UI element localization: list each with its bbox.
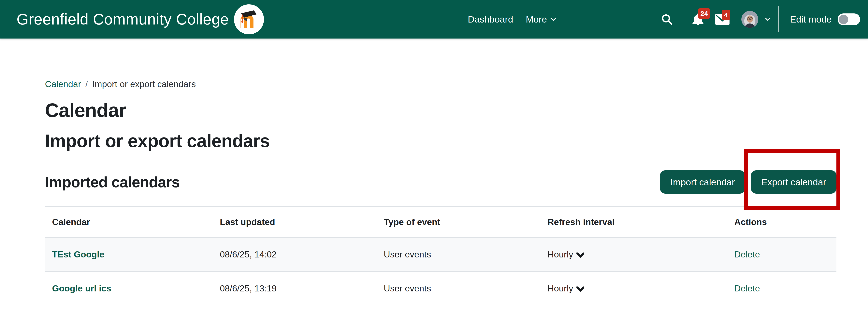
calendar-action-buttons: Import calendar Export calendar bbox=[660, 170, 836, 194]
moodle-logo-icon bbox=[234, 4, 264, 34]
breadcrumb-calendar-link[interactable]: Calendar bbox=[45, 79, 81, 89]
edit-mode-label: Edit mode bbox=[790, 14, 832, 25]
refresh-interval-dropdown[interactable]: Hourly bbox=[548, 249, 584, 260]
delete-link[interactable]: Delete bbox=[734, 283, 760, 293]
calendar-name-link[interactable]: Google url ics bbox=[52, 283, 111, 293]
top-navbar: Greenfield Community College Dashboard bbox=[0, 0, 868, 38]
section-title: Imported calendars bbox=[45, 173, 180, 191]
notifications-count-badge: 24 bbox=[698, 8, 710, 19]
navbar-right-cluster: Dashboard More 24 bbox=[468, 6, 860, 32]
nav-more-label: More bbox=[526, 14, 547, 25]
last-updated-cell: 08/6/25, 14:02 bbox=[213, 238, 377, 272]
refresh-interval-dropdown[interactable]: Hourly bbox=[548, 283, 584, 293]
chevron-down-icon bbox=[765, 18, 771, 21]
user-menu[interactable] bbox=[741, 11, 778, 28]
export-calendar-button[interactable]: Export calendar bbox=[751, 170, 836, 194]
chevron-down-icon bbox=[550, 18, 556, 21]
breadcrumb-separator: / bbox=[86, 79, 88, 89]
caret-down-icon bbox=[577, 253, 584, 258]
actions-cell: Delete bbox=[727, 272, 836, 305]
column-header-refresh-interval: Refresh interval bbox=[540, 207, 727, 238]
type-of-event-cell: User events bbox=[377, 272, 540, 305]
delete-link[interactable]: Delete bbox=[734, 249, 760, 259]
page-title: Calendar bbox=[45, 99, 836, 121]
imported-calendars-header-row: Imported calendars Import calendar Expor… bbox=[45, 170, 836, 194]
import-calendar-button[interactable]: Import calendar bbox=[660, 170, 745, 194]
type-of-event-value: User events bbox=[384, 249, 431, 259]
messages-count-badge: 4 bbox=[722, 10, 730, 20]
column-header-calendar: Calendar bbox=[45, 207, 213, 238]
search-icon[interactable] bbox=[661, 13, 673, 26]
table-row: TEst Google 08/6/25, 14:02 User events H… bbox=[45, 238, 836, 272]
edit-mode-control: Edit mode bbox=[790, 13, 860, 25]
nav-dashboard-link[interactable]: Dashboard bbox=[468, 14, 513, 25]
site-title: Greenfield Community College bbox=[17, 10, 229, 28]
type-of-event-cell: User events bbox=[377, 238, 540, 272]
table-body: TEst Google 08/6/25, 14:02 User events H… bbox=[45, 238, 836, 305]
refresh-interval-value: Hourly bbox=[548, 249, 573, 260]
type-of-event-value: User events bbox=[384, 283, 431, 293]
refresh-interval-cell: Hourly bbox=[540, 238, 727, 272]
primary-nav: Dashboard More bbox=[468, 14, 556, 25]
column-header-actions: Actions bbox=[727, 207, 836, 238]
toggle-knob bbox=[839, 15, 848, 24]
refresh-interval-value: Hourly bbox=[548, 283, 573, 293]
refresh-interval-cell: Hourly bbox=[540, 272, 727, 305]
column-header-last-updated: Last updated bbox=[213, 207, 377, 238]
table-row: Google url ics 08/6/25, 13:19 User event… bbox=[45, 272, 836, 305]
user-avatar bbox=[741, 11, 758, 28]
table-header-row: CalendarLast updatedType of eventRefresh… bbox=[45, 207, 836, 238]
calendar-name-cell: Google url ics bbox=[45, 272, 213, 305]
page-subtitle: Import or export calendars bbox=[45, 131, 836, 151]
breadcrumb-current: Import or export calendars bbox=[92, 79, 196, 89]
calendar-name-cell: TEst Google bbox=[45, 238, 213, 272]
nav-dashboard-label: Dashboard bbox=[468, 14, 513, 25]
caret-down-icon bbox=[577, 286, 584, 292]
messages-envelope-icon[interactable]: 4 bbox=[715, 13, 730, 25]
last-updated-value: 08/6/25, 13:19 bbox=[220, 283, 277, 293]
last-updated-cell: 08/6/25, 13:19 bbox=[213, 272, 377, 305]
site-brand[interactable]: Greenfield Community College bbox=[17, 4, 264, 34]
column-header-type-of-event: Type of event bbox=[377, 207, 540, 238]
imported-calendars-table: CalendarLast updatedType of eventRefresh… bbox=[45, 206, 836, 305]
actions-cell: Delete bbox=[727, 238, 836, 272]
breadcrumb: Calendar / Import or export calendars bbox=[45, 38, 836, 89]
edit-mode-toggle[interactable] bbox=[838, 13, 860, 25]
navbar-divider bbox=[682, 6, 682, 32]
nav-more-dropdown[interactable]: More bbox=[526, 14, 556, 25]
navbar-divider bbox=[778, 6, 779, 32]
calendar-name-link[interactable]: TEst Google bbox=[52, 249, 104, 259]
notifications-bell-icon[interactable]: 24 bbox=[691, 12, 705, 26]
page-content: Calendar / Import or export calendars Ca… bbox=[0, 38, 868, 305]
last-updated-value: 08/6/25, 14:02 bbox=[220, 249, 277, 259]
